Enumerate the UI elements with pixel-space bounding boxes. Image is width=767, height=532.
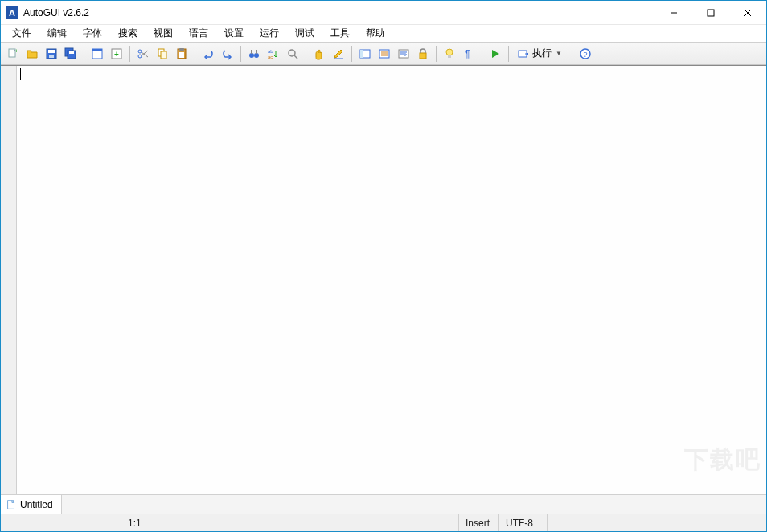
bookmark-button[interactable]: [310, 45, 328, 63]
menu-bar: 文件 编辑 字体 搜索 视图 语言 设置 运行 调试 工具 帮助: [1, 25, 766, 43]
menu-debug[interactable]: 调试: [287, 25, 322, 42]
svg-text:+: +: [114, 50, 119, 59]
status-encoding: UTF-8: [499, 514, 548, 531]
find-button[interactable]: [245, 45, 263, 63]
file-tab-label: Untitled: [20, 499, 53, 510]
hint-button[interactable]: [441, 45, 458, 63]
undo-button[interactable]: [199, 45, 217, 63]
run-button[interactable]: [486, 45, 504, 63]
toggle-panel1-button[interactable]: [356, 45, 374, 63]
svg-point-17: [138, 50, 142, 53]
pilcrow-icon: ¶: [462, 47, 475, 60]
menu-tools[interactable]: 工具: [322, 25, 358, 42]
status-insert-mode: Insert: [459, 514, 499, 531]
line-number-gutter: [1, 66, 17, 494]
text-cursor: [20, 68, 21, 80]
svg-line-32: [294, 55, 297, 59]
menu-search[interactable]: 搜索: [110, 25, 146, 42]
help-icon: ?: [579, 47, 592, 60]
hand-point-icon: [313, 47, 326, 60]
svg-text:¶: ¶: [465, 48, 470, 59]
menu-settings[interactable]: 设置: [216, 25, 252, 42]
status-position: 1:1: [121, 514, 459, 531]
close-button[interactable]: [729, 1, 766, 24]
svg-rect-27: [251, 50, 252, 54]
replace-button[interactable]: abac: [265, 45, 282, 63]
file-tab-untitled[interactable]: Untitled: [1, 495, 62, 514]
lock-button[interactable]: [414, 45, 432, 63]
add-panel-button[interactable]: +: [108, 45, 125, 63]
svg-text:ab: ab: [268, 49, 273, 54]
layout-icon: [91, 47, 104, 60]
toggle-panel3-button[interactable]: [395, 45, 412, 63]
maximize-button[interactable]: [692, 1, 729, 24]
new-file-icon: +: [6, 47, 19, 60]
copy-button[interactable]: [154, 45, 171, 63]
edit-pencil-button[interactable]: [330, 45, 347, 63]
zoom-button[interactable]: [284, 45, 301, 63]
editor-area: 下载吧: [1, 65, 766, 494]
chevron-down-icon: ▼: [556, 50, 562, 57]
svg-point-31: [289, 50, 295, 56]
folder-open-icon: [26, 47, 39, 60]
app-icon: A: [6, 6, 18, 19]
menu-file[interactable]: 文件: [4, 25, 39, 42]
minimize-icon: [670, 9, 678, 17]
document-icon: [6, 499, 17, 510]
open-button[interactable]: [23, 45, 41, 63]
lightbulb-icon: [443, 47, 456, 60]
svg-text:+: +: [14, 47, 18, 55]
close-icon: [744, 9, 752, 17]
file-tab-bar: Untitled: [1, 494, 766, 514]
svg-rect-35: [360, 50, 363, 58]
svg-text:?: ?: [583, 51, 587, 59]
save-all-button[interactable]: [62, 45, 80, 63]
svg-rect-43: [420, 53, 426, 59]
status-rest: [548, 514, 766, 531]
scissors-icon: [137, 47, 150, 60]
panel-icon: [359, 47, 371, 60]
copy-icon: [156, 47, 169, 60]
minimize-button[interactable]: [655, 1, 692, 24]
panel-list-icon: [378, 47, 391, 60]
help-button[interactable]: ?: [576, 45, 594, 63]
lock-icon: [416, 47, 429, 60]
text-editor[interactable]: [17, 66, 766, 494]
pilcrow-button[interactable]: ¶: [460, 45, 478, 63]
save-button[interactable]: [43, 45, 60, 63]
svg-point-16: [138, 55, 142, 58]
execute-button[interactable]: 执行 ▼: [513, 45, 568, 63]
menu-help[interactable]: 帮助: [358, 25, 393, 42]
svg-text:ac: ac: [268, 55, 273, 59]
pencil-icon: [332, 47, 345, 60]
save-all-icon: [64, 47, 77, 60]
redo-button[interactable]: [219, 45, 236, 63]
add-panel-icon: +: [110, 47, 123, 60]
play-icon: [489, 47, 502, 60]
svg-rect-11: [69, 51, 74, 54]
window-layout-button[interactable]: [88, 45, 106, 63]
paste-button[interactable]: [173, 45, 191, 63]
maximize-icon: [707, 9, 715, 17]
new-file-button[interactable]: +: [4, 45, 22, 63]
replace-icon: abac: [267, 47, 280, 60]
svg-rect-23: [179, 48, 184, 51]
menu-edit[interactable]: 编辑: [39, 25, 75, 42]
menu-language[interactable]: 语言: [181, 25, 216, 42]
undo-icon: [202, 47, 215, 60]
svg-rect-7: [48, 50, 55, 53]
menu-font[interactable]: 字体: [75, 25, 110, 42]
toggle-panel2-button[interactable]: [375, 45, 393, 63]
svg-rect-1: [708, 10, 714, 16]
magnifier-icon: [286, 47, 299, 60]
save-icon: [45, 47, 58, 60]
menu-view[interactable]: 视图: [146, 25, 181, 42]
panel-wrap-icon: [397, 47, 410, 60]
menu-run[interactable]: 运行: [252, 25, 287, 42]
toolbar: + + abac: [1, 43, 766, 65]
svg-rect-21: [161, 51, 166, 59]
binoculars-icon: [248, 47, 260, 60]
cut-button[interactable]: [134, 45, 152, 63]
execute-icon: [517, 47, 530, 60]
svg-rect-24: [179, 52, 184, 58]
